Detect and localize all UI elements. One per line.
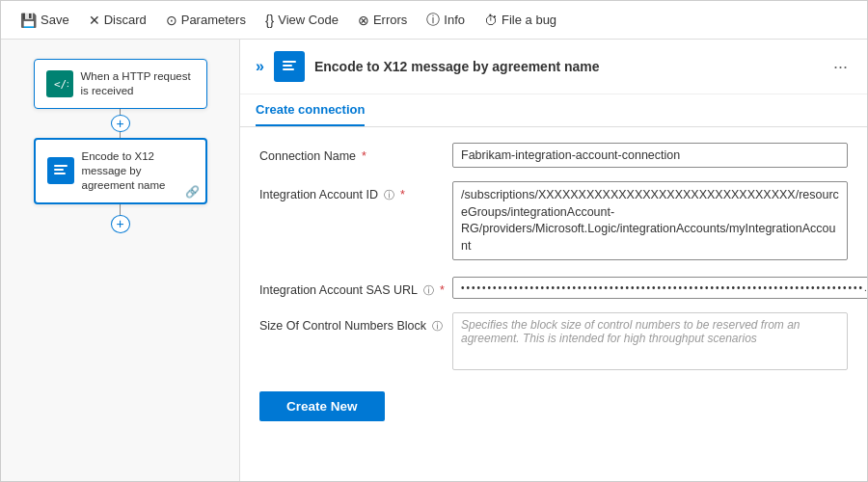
discard-icon: ✕ <box>89 13 100 28</box>
create-new-button[interactable]: Create New <box>259 391 385 421</box>
control-numbers-control: Specifies the block size of control numb… <box>452 312 848 370</box>
integration-account-id-input[interactable]: /subscriptions/XXXXXXXXXXXXXXXXXXXXXXXXX… <box>452 181 848 260</box>
svg-text:</>: </> <box>54 78 68 91</box>
integration-account-id-info-icon[interactable]: ⓘ <box>384 188 394 202</box>
save-icon: 💾 <box>20 13 37 28</box>
integration-account-id-row: Integration Account ID ⓘ * /subscription… <box>259 181 848 263</box>
svg-rect-5 <box>54 173 66 174</box>
svg-rect-3 <box>54 165 68 167</box>
sas-url-row: Integration Account SAS URL ⓘ * ••••••••… <box>259 277 848 299</box>
node-link-icon: 🔗 <box>185 185 200 199</box>
parameters-icon: ⊙ <box>166 13 177 28</box>
http-trigger-label: When a HTTP request is received <box>81 69 195 98</box>
connection-name-input[interactable] <box>452 143 848 168</box>
sas-url-required: * <box>440 283 445 297</box>
view-code-icon: {} <box>265 13 274 28</box>
connector-line-1b <box>120 132 121 138</box>
encode-x12-label: Encode to X12 message by agreement name <box>82 149 194 193</box>
svg-rect-7 <box>283 61 296 63</box>
create-new-wrapper: Create New <box>259 384 848 421</box>
connector-line-1 <box>120 109 121 115</box>
panel-header: » Encode to X12 message by agreement nam… <box>240 40 867 94</box>
panel-header-icon <box>274 51 305 82</box>
integration-account-id-required: * <box>400 188 405 201</box>
info-icon: ⓘ <box>426 12 440 29</box>
sas-url-input[interactable]: ••••••••••••••••••••••••••••••••••••••••… <box>452 277 867 299</box>
svg-rect-9 <box>283 68 294 70</box>
errors-button[interactable]: ⊗ Errors <box>350 9 415 32</box>
errors-icon: ⊗ <box>358 13 369 28</box>
flow-canvas: </> When a HTTP request is received + En… <box>1 40 240 482</box>
parameters-button[interactable]: ⊙ Parameters <box>158 9 254 32</box>
sas-url-label: Integration Account SAS URL ⓘ * <box>259 277 452 298</box>
save-button[interactable]: 💾 Save <box>13 9 77 32</box>
connector-2: + <box>111 204 130 233</box>
control-numbers-label: Size Of Control Numbers Block ⓘ <box>259 312 452 334</box>
integration-account-id-label: Integration Account ID ⓘ * <box>259 181 452 202</box>
connection-name-required: * <box>362 149 366 163</box>
encode-x12-node[interactable]: Encode to X12 message by agreement name … <box>34 138 207 204</box>
toolbar: 💾 Save ✕ Discard ⊙ Parameters {} View Co… <box>1 1 867 40</box>
svg-rect-8 <box>283 65 292 67</box>
control-numbers-row: Size Of Control Numbers Block ⓘ Specifie… <box>259 312 848 370</box>
svg-rect-4 <box>54 169 64 171</box>
control-numbers-placeholder[interactable]: Specifies the block size of control numb… <box>452 312 848 370</box>
connection-name-label: Connection Name * <box>259 143 452 163</box>
tab-bar: Create connection <box>240 94 867 127</box>
add-step-button-2[interactable]: + <box>111 215 130 233</box>
connector-line-2 <box>120 204 121 215</box>
connection-name-control <box>452 143 848 168</box>
view-code-button[interactable]: {} View Code <box>258 9 346 32</box>
control-numbers-info-icon[interactable]: ⓘ <box>432 319 443 334</box>
bug-icon: ⏱ <box>484 13 498 28</box>
integration-account-id-control: /subscriptions/XXXXXXXXXXXXXXXXXXXXXXXXX… <box>452 181 848 263</box>
http-trigger-node[interactable]: </> When a HTTP request is received <box>34 59 207 109</box>
connection-name-row: Connection Name * <box>259 143 848 168</box>
main-area: </> When a HTTP request is received + En… <box>1 40 867 482</box>
form-area: Connection Name * Integration Account ID… <box>240 127 867 437</box>
http-trigger-icon: </> <box>46 70 73 97</box>
file-a-bug-button[interactable]: ⏱ File a bug <box>476 9 564 32</box>
panel-title: Encode to X12 message by agreement name <box>314 59 820 74</box>
info-button[interactable]: ⓘ Info <box>419 8 473 33</box>
connector-1: + <box>111 109 130 138</box>
encode-x12-icon <box>47 157 74 184</box>
discard-button[interactable]: ✕ Discard <box>81 9 154 32</box>
sas-url-control: ••••••••••••••••••••••••••••••••••••••••… <box>452 277 867 299</box>
right-panel: » Encode to X12 message by agreement nam… <box>240 40 867 482</box>
more-options-button[interactable]: ··· <box>829 57 852 77</box>
create-connection-tab[interactable]: Create connection <box>256 94 365 126</box>
expand-button[interactable]: » <box>256 58 264 75</box>
add-step-button-1[interactable]: + <box>111 115 130 132</box>
sas-url-info-icon[interactable]: ⓘ <box>423 283 434 298</box>
